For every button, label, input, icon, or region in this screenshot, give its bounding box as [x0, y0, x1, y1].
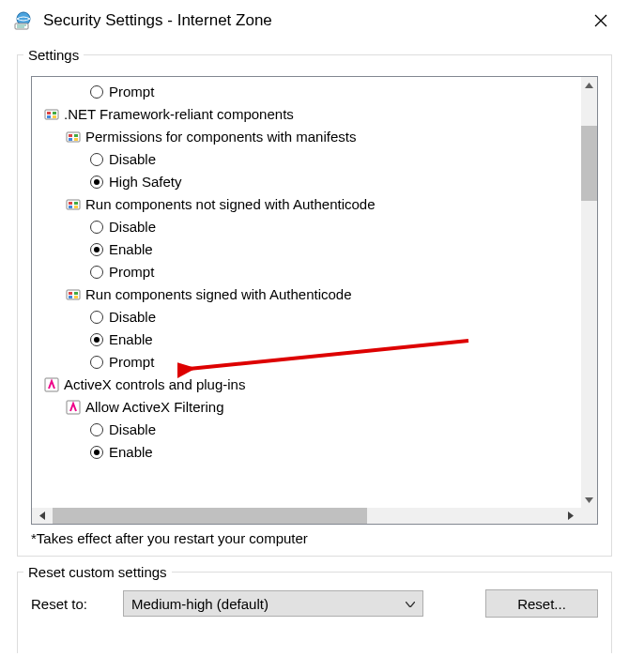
option-label: Enable — [109, 239, 153, 260]
activex-icon — [43, 377, 60, 392]
option-label: Prompt — [109, 262, 154, 283]
activex-sub-icon — [65, 400, 82, 415]
hscroll-track[interactable] — [53, 508, 560, 524]
svg-rect-22 — [69, 292, 72, 295]
reset-to-label: Reset to: — [31, 596, 106, 612]
net-icon — [43, 107, 60, 122]
radio-icon[interactable] — [90, 446, 103, 459]
radio-icon[interactable] — [90, 243, 103, 256]
option-label: Disable — [109, 149, 156, 170]
svg-rect-20 — [74, 206, 78, 208]
group-label: Allow ActiveX Filtering — [85, 397, 224, 418]
option-label: Prompt — [109, 352, 154, 373]
svg-rect-17 — [69, 202, 72, 205]
svg-rect-19 — [69, 206, 72, 208]
scroll-right-arrow[interactable] — [560, 508, 581, 524]
tree-radio-option[interactable]: Prompt — [32, 351, 581, 374]
group-label: Run components signed with Authenticode — [85, 284, 352, 305]
reset-button-label: Reset... — [517, 596, 566, 612]
svg-rect-1 — [15, 23, 28, 29]
tree-body: Prompt.NET Framework-reliant componentsP… — [32, 77, 581, 508]
tree-radio-option[interactable]: Prompt — [32, 81, 581, 103]
svg-rect-8 — [53, 112, 56, 115]
radio-icon[interactable] — [90, 311, 103, 324]
svg-rect-23 — [74, 292, 78, 295]
reset-row: Reset to: Medium-high (default) Reset... — [18, 580, 611, 629]
reset-fieldset: Reset custom settings Reset to: Medium-h… — [17, 564, 612, 653]
tree-radio-option[interactable]: Enable — [32, 238, 581, 261]
svg-rect-15 — [74, 138, 78, 141]
chevron-down-icon — [406, 598, 415, 609]
tree-radio-option[interactable]: Disable — [32, 216, 581, 238]
svg-rect-25 — [74, 296, 78, 298]
group-label: Run components not signed with Authentic… — [85, 194, 376, 215]
tree-radio-option[interactable]: Disable — [32, 306, 581, 328]
radio-icon[interactable] — [90, 333, 103, 346]
group-label: .NET Framework-reliant components — [64, 104, 294, 125]
reset-combo-value: Medium-high (default) — [131, 596, 268, 612]
scroll-up-arrow[interactable] — [581, 77, 597, 93]
tree-group: ActiveX controls and plug-ins — [32, 374, 581, 396]
radio-icon[interactable] — [90, 266, 103, 279]
option-label: Disable — [109, 307, 156, 328]
reset-button[interactable]: Reset... — [485, 589, 598, 618]
reset-level-combo[interactable]: Medium-high (default) — [123, 590, 423, 617]
tree-group: Permissions for components with manifest… — [32, 126, 581, 148]
reset-legend: Reset custom settings — [23, 564, 172, 580]
svg-rect-9 — [47, 115, 51, 118]
tree-radio-option[interactable]: Disable — [32, 419, 581, 441]
tree-group: Allow ActiveX Filtering — [32, 396, 581, 419]
option-label: Enable — [109, 329, 153, 350]
option-label: Enable — [109, 442, 153, 463]
radio-icon[interactable] — [90, 153, 103, 166]
tree-radio-option[interactable]: Prompt — [32, 261, 581, 283]
vscroll-track[interactable] — [581, 93, 597, 492]
titlebar: Security Settings - Internet Zone — [0, 0, 629, 39]
scroll-left-arrow[interactable] — [32, 508, 53, 524]
net-sub-icon — [65, 287, 82, 302]
settings-tree: Prompt.NET Framework-reliant componentsP… — [31, 76, 598, 525]
settings-legend: Settings — [23, 47, 84, 63]
radio-icon[interactable] — [90, 423, 103, 436]
radio-icon[interactable] — [90, 85, 103, 99]
tree-group: Run components not signed with Authentic… — [32, 193, 581, 216]
tree-radio-option[interactable]: Enable — [32, 441, 581, 464]
close-button[interactable] — [582, 7, 620, 35]
option-label: Disable — [109, 420, 156, 440]
svg-rect-14 — [69, 138, 72, 141]
window-title: Security Settings - Internet Zone — [43, 11, 582, 30]
tree-radio-option[interactable]: High Safety — [32, 171, 581, 193]
tree-group: Run components signed with Authenticode — [32, 283, 581, 306]
close-icon — [594, 14, 607, 27]
radio-icon[interactable] — [90, 176, 103, 189]
svg-rect-10 — [53, 115, 56, 118]
tree-group: .NET Framework-reliant components — [32, 103, 581, 126]
svg-rect-13 — [74, 134, 78, 137]
net-sub-icon — [65, 197, 82, 212]
vscroll-thumb[interactable] — [581, 126, 597, 201]
settings-footnote: *Takes effect after you restart your com… — [31, 530, 598, 546]
svg-rect-18 — [74, 202, 78, 205]
hscroll-thumb[interactable] — [53, 508, 367, 524]
app-icon — [13, 10, 34, 31]
group-label: Permissions for components with manifest… — [85, 127, 356, 147]
horizontal-scrollbar[interactable] — [32, 508, 581, 524]
net-sub-icon — [65, 130, 82, 145]
svg-rect-12 — [69, 134, 72, 137]
option-label: Prompt — [109, 82, 154, 102]
option-label: Disable — [109, 217, 156, 237]
tree-radio-option[interactable]: Disable — [32, 148, 581, 171]
option-label: High Safety — [109, 172, 182, 192]
settings-fieldset: Settings Prompt.NET Framework-reliant co… — [17, 47, 612, 557]
group-label: ActiveX controls and plug-ins — [64, 374, 245, 395]
radio-icon[interactable] — [90, 356, 103, 369]
scroll-down-arrow[interactable] — [581, 492, 597, 508]
radio-icon[interactable] — [90, 221, 103, 234]
vertical-scrollbar[interactable] — [581, 77, 597, 508]
scroll-corner — [581, 508, 597, 524]
svg-rect-7 — [47, 112, 51, 115]
tree-radio-option[interactable]: Enable — [32, 328, 581, 351]
svg-rect-24 — [69, 296, 72, 298]
